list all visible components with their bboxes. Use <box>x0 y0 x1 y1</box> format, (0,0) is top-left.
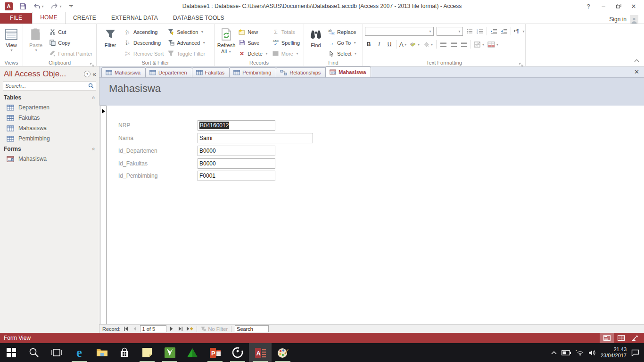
tab-file[interactable]: FILE <box>0 13 32 24</box>
nav-item-table-departemen[interactable]: Departemen <box>0 102 99 113</box>
taskbar-circle-dot-app-button[interactable] <box>226 343 249 362</box>
minimize-button[interactable]: – <box>597 1 610 11</box>
text-direction-button[interactable]: ¶ ▼ <box>514 27 525 35</box>
fill-color-button[interactable]: ▼ <box>423 40 434 49</box>
layout-view-button[interactable] <box>628 333 642 343</box>
more-button[interactable]: More ▼ <box>270 48 302 59</box>
view-button[interactable]: View ▼ <box>2 25 21 52</box>
nav-section-tables[interactable]: Tables « <box>0 92 99 102</box>
font-family-combo[interactable]: ▼ <box>365 27 434 36</box>
taskbar-access-button[interactable]: A <box>249 343 272 362</box>
battery-icon[interactable] <box>561 350 571 355</box>
select-button[interactable]: Select ▼ <box>326 48 359 59</box>
record-position[interactable]: 1 of 5 <box>140 325 166 332</box>
nav-pane-title[interactable]: All Access Obje... <box>4 69 84 79</box>
align-center-button[interactable] <box>450 40 457 49</box>
no-filter-button[interactable]: No Filter <box>200 326 228 332</box>
delete-record-button[interactable]: ✕ Delete ▼ <box>236 48 270 59</box>
goto-button[interactable]: → Go To ▼ <box>326 37 359 48</box>
taskbar-sticky-notes-button[interactable] <box>136 343 158 362</box>
doc-tab-fakultas[interactable]: Fakultas <box>192 67 230 77</box>
copy-button[interactable]: Copy <box>47 37 94 48</box>
nav-section-forms[interactable]: Forms « <box>0 144 99 154</box>
new-blank-record-button[interactable] <box>186 326 193 332</box>
refresh-all-button[interactable]: Refresh All▼ <box>216 25 236 55</box>
underline-button[interactable]: U <box>386 40 393 49</box>
record-search-input[interactable] <box>235 325 269 332</box>
last-record-button[interactable] <box>177 326 184 332</box>
taskbar-powerpoint-button[interactable]: P <box>204 343 226 362</box>
task-view-button[interactable] <box>45 343 68 362</box>
help-button[interactable]: ? <box>582 1 595 11</box>
undo-button[interactable]: ▼ <box>33 3 44 9</box>
save-record-button[interactable]: Save <box>236 37 270 48</box>
volume-icon[interactable] <box>588 350 596 356</box>
taskbar-store-button[interactable] <box>113 343 136 362</box>
italic-button[interactable]: I <box>375 40 383 49</box>
bullets-button[interactable] <box>466 27 473 35</box>
sign-in[interactable]: Sign in <box>609 15 644 24</box>
highlight-color-button[interactable]: ab ▼ <box>410 40 421 49</box>
start-button[interactable] <box>0 343 23 362</box>
taskbar-search-button[interactable] <box>23 343 45 362</box>
doc-tab-departemen[interactable]: Departemen <box>145 67 192 77</box>
wifi-icon[interactable]: * <box>576 350 584 356</box>
replace-button[interactable]: ab→ac Replace <box>326 26 359 37</box>
search-icon[interactable] <box>86 83 96 89</box>
taskbar-paint-button[interactable] <box>272 343 294 362</box>
tab-home[interactable]: HOME <box>32 12 66 24</box>
increase-indent-button[interactable] <box>490 27 497 35</box>
collapse-ribbon-button[interactable] <box>634 56 639 64</box>
filter-button[interactable]: Filter <box>99 25 122 49</box>
form-view-button[interactable] <box>600 333 614 343</box>
advanced-button[interactable]: Advanced ▼ <box>165 37 207 48</box>
spelling-button[interactable]: ABC✓ Spelling <box>270 37 302 48</box>
toggle-filter-button[interactable]: Toggle Filter <box>165 48 207 59</box>
paste-button[interactable]: Paste ▼ <box>25 25 47 52</box>
save-quick-button[interactable] <box>19 3 26 10</box>
nav-item-table-pembimbing[interactable]: Pembimbing <box>0 133 99 144</box>
taskbar-edge-button[interactable]: e <box>68 343 91 362</box>
font-color-button[interactable]: A▼ <box>399 40 407 49</box>
nav-item-table-mahasiswa[interactable]: Mahasiswa <box>0 123 99 133</box>
restore-button[interactable] <box>612 1 625 11</box>
nav-item-form-mahasiswa[interactable]: Mahasiswa <box>0 154 99 164</box>
field-input-nama[interactable]: Sami <box>198 133 313 143</box>
alternate-row-color-button[interactable]: ▼ <box>487 40 499 49</box>
close-document-button[interactable]: ✕ <box>634 68 639 75</box>
doc-tab-relationships[interactable]: Relationships <box>276 67 326 77</box>
redo-button[interactable]: ▼ <box>51 3 62 9</box>
hidden-icons-chevron[interactable] <box>551 351 557 354</box>
ascending-button[interactable]: AZ↓ Ascending <box>122 26 165 37</box>
text-formatting-dialog-launcher[interactable] <box>519 60 524 65</box>
field-input-id-pembimbing[interactable]: F0001 <box>198 171 275 181</box>
format-painter-button[interactable]: Format Painter <box>47 48 94 59</box>
close-button[interactable]: ✕ <box>627 1 640 11</box>
doc-tab-mahasiswa-table[interactable]: Mahasiswa <box>101 67 146 77</box>
taskbar-file-explorer-button[interactable] <box>91 343 113 362</box>
doc-tab-mahasiswa-form[interactable]: Mahasiswa <box>325 66 371 77</box>
numbering-button[interactable]: 123 <box>476 27 484 35</box>
nav-item-table-fakultas[interactable]: Fakultas <box>0 113 99 123</box>
nav-search-input[interactable] <box>3 83 86 89</box>
clipboard-dialog-launcher[interactable] <box>90 60 95 65</box>
field-input-nrp[interactable]: B04160012 <box>198 120 275 131</box>
align-right-button[interactable] <box>460 40 468 49</box>
next-record-button[interactable] <box>168 326 175 332</box>
first-record-button[interactable] <box>122 326 130 332</box>
field-input-id-departemen[interactable]: B0000 <box>198 146 275 156</box>
gridlines-button[interactable]: ▼ <box>474 40 485 49</box>
shutter-bar-close-button[interactable]: « <box>92 70 96 78</box>
taskbar-clock[interactable]: 21.43 23/04/2017 <box>601 346 627 359</box>
font-size-combo[interactable]: ▼ <box>437 27 463 36</box>
record-selector-bar[interactable] <box>100 106 107 324</box>
action-center-button[interactable] <box>631 349 639 356</box>
find-button[interactable]: Find <box>306 25 326 49</box>
new-record-button[interactable]: New <box>236 26 270 37</box>
decrease-indent-button[interactable] <box>500 27 508 35</box>
doc-tab-pembimbing[interactable]: Pembimbing <box>229 67 276 77</box>
access-app-icon[interactable]: A <box>5 2 13 10</box>
nav-pane-menu-button[interactable]: ▼ <box>84 71 91 77</box>
tab-create[interactable]: CREATE <box>66 13 104 24</box>
tab-external-data[interactable]: EXTERNAL DATA <box>104 13 165 24</box>
